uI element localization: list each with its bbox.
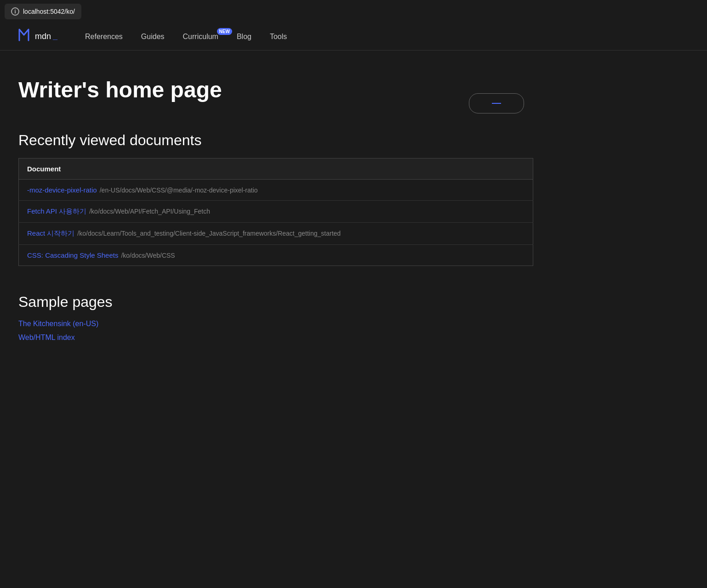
new-badge: NEW: [217, 28, 232, 35]
nav-link-guides[interactable]: Guides: [141, 33, 165, 40]
doc-link[interactable]: React 시작하기: [27, 229, 74, 237]
nav-link-blog[interactable]: Blog: [237, 33, 251, 40]
doc-path: /en-US/docs/Web/CSS/@media/-moz-device-p…: [100, 187, 258, 194]
table-row: Fetch API 사용하기/ko/docs/Web/API/Fetch_API…: [19, 200, 533, 222]
doc-link[interactable]: Fetch API 사용하기: [27, 207, 86, 215]
info-icon: ℹ: [11, 7, 19, 16]
sample-links-container: The Kitchensink (en-US)Web/HTML index: [18, 320, 533, 342]
logo-m-icon: [18, 28, 33, 45]
table-cell-document: React 시작하기/ko/docs/Learn/Tools_and_testi…: [19, 222, 533, 244]
table-row: -moz-device-pixel-ratio/en-US/docs/Web/C…: [19, 179, 533, 200]
nav-link-tools[interactable]: Tools: [270, 33, 287, 40]
logo-cursor: _: [53, 32, 57, 41]
address-bar-url: localhost:5042/ko/: [23, 8, 75, 15]
doc-path: /ko/docs/Learn/Tools_and_testing/Client-…: [77, 230, 341, 237]
sample-page-link[interactable]: Web/HTML index: [18, 334, 533, 342]
recently-viewed-title: Recently viewed documents: [18, 132, 533, 149]
toggle-dash-icon: [492, 103, 501, 104]
doc-link[interactable]: -moz-device-pixel-ratio: [27, 186, 97, 194]
address-bar[interactable]: ℹ localhost:5042/ko/: [5, 4, 81, 19]
toggle-button[interactable]: [469, 93, 524, 113]
nav-links: References Guides Curriculum NEW Blog To…: [85, 33, 287, 41]
nav-link-curriculum[interactable]: Curriculum: [183, 33, 218, 41]
recently-viewed-section: Recently viewed documents Document -moz-…: [18, 132, 533, 266]
sample-page-link[interactable]: The Kitchensink (en-US): [18, 320, 533, 328]
nav-item-guides[interactable]: Guides: [141, 33, 165, 41]
nav-item-tools[interactable]: Tools: [270, 33, 287, 41]
sample-pages-title: Sample pages: [18, 294, 533, 311]
table-cell-document: Fetch API 사용하기/ko/docs/Web/API/Fetch_API…: [19, 200, 533, 222]
logo-mdn-text: mdn: [35, 32, 51, 41]
table-header-document: Document: [19, 158, 533, 179]
nav-link-references[interactable]: References: [85, 33, 123, 40]
recently-viewed-table: Document -moz-device-pixel-ratio/en-US/d…: [18, 158, 533, 266]
sample-pages-section: Sample pages The Kitchensink (en-US)Web/…: [18, 294, 533, 342]
doc-path: /ko/docs/Web/API/Fetch_API/Using_Fetch: [89, 208, 210, 215]
logo-link[interactable]: mdn _: [18, 28, 57, 45]
nav-item-curriculum[interactable]: Curriculum NEW: [183, 33, 218, 41]
nav-item-references[interactable]: References: [85, 33, 123, 41]
table-row: CSS: Cascading Style Sheets/ko/docs/Web/…: [19, 244, 533, 266]
nav-item-blog[interactable]: Blog: [237, 33, 251, 41]
main-content: Writer's home page Recently viewed docum…: [0, 51, 552, 366]
top-nav: mdn _ References Guides Curriculum NEW B…: [0, 23, 707, 51]
doc-path: /ko/docs/Web/CSS: [121, 252, 175, 259]
table-cell-document: -moz-device-pixel-ratio/en-US/docs/Web/C…: [19, 179, 533, 200]
table-cell-document: CSS: Cascading Style Sheets/ko/docs/Web/…: [19, 244, 533, 266]
doc-link[interactable]: CSS: Cascading Style Sheets: [27, 251, 118, 259]
table-row: React 시작하기/ko/docs/Learn/Tools_and_testi…: [19, 222, 533, 244]
